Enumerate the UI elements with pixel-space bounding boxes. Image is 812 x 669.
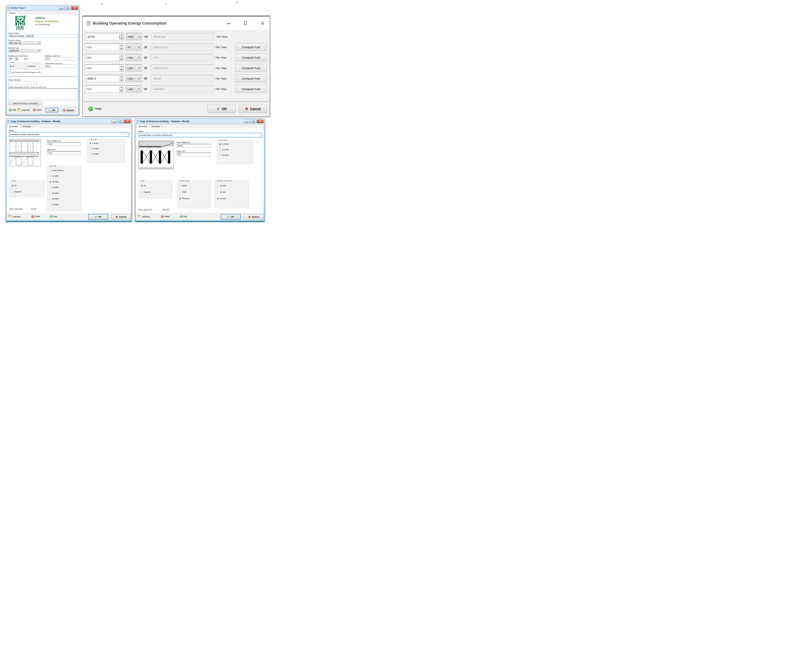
ok-button[interactable]: ✔OK (46, 108, 58, 112)
close-button[interactable] (124, 120, 131, 123)
tab-envelope[interactable]: Envelope (150, 124, 162, 128)
close-button[interactable] (257, 120, 263, 123)
units-imperial-radio[interactable] (12, 191, 14, 193)
amount-input[interactable]: 0.0 (86, 64, 124, 72)
project-location-select[interactable]: New York City (8, 42, 41, 45)
ok-button[interactable]: ✔OK (208, 105, 236, 113)
units-si-radio[interactable] (141, 185, 143, 187)
live-load-3.6-radio[interactable] (89, 148, 91, 150)
compute-fuel-button[interactable]: Compute Fuel (235, 43, 267, 51)
assembly-name-input[interactable]: transverse corridor ground floor (9, 132, 129, 137)
unit-select[interactable]: Litre (126, 64, 141, 72)
cancel-button[interactable]: ✖Cancel (239, 105, 267, 113)
unit-select[interactable]: kWh (126, 33, 142, 40)
tab-assembly[interactable]: Assembly (7, 124, 20, 128)
close-button[interactable] (71, 6, 78, 10)
maximize-button[interactable] (244, 22, 247, 25)
gross-floor-area-input[interactable]: 311.3 (45, 65, 78, 68)
compute-fuel-button[interactable]: Compute Fuel (235, 54, 267, 62)
building-type-select[interactable]: Institutional (8, 49, 41, 52)
cancel-button[interactable]: ✖Cancel (62, 108, 75, 112)
delete-button[interactable]: ✕Delete (33, 109, 42, 111)
thickness-19mm-radio[interactable] (217, 198, 219, 200)
project-description-textarea[interactable] (8, 88, 78, 100)
floor-width-input[interactable]: 48.63 (176, 144, 211, 148)
units-imperial-radio[interactable] (26, 65, 28, 67)
sync-units-checkbox[interactable] (8, 71, 11, 74)
units-imperial-radio[interactable] (141, 191, 143, 193)
life-expectancy-spinner[interactable] (16, 57, 18, 61)
floor-width-input[interactable]: 7.05 (47, 142, 81, 146)
compute-fuel-button[interactable]: Compute Fuel (235, 85, 267, 93)
project-number-input[interactable] (8, 81, 37, 84)
help-button[interactable]: ?Help (50, 215, 57, 218)
building-height-input[interactable]: 12.3 (45, 57, 78, 61)
decking-osb-radio[interactable] (179, 191, 181, 193)
concrete-30mpa-radio[interactable] (49, 187, 51, 188)
maximize-button[interactable] (65, 6, 71, 10)
concrete-55mpa-radio[interactable] (49, 203, 51, 206)
help-button[interactable]: ?Help (88, 106, 101, 111)
unit-select[interactable]: Litre (126, 54, 141, 61)
delete-button[interactable]: ✕Delete (161, 215, 170, 218)
live-load-2.4-radio[interactable] (219, 143, 221, 145)
amount-spinner[interactable] (119, 86, 123, 92)
amount-input[interactable]: 10791 (86, 33, 124, 40)
life-expectancy-input[interactable]: 140 (8, 57, 16, 61)
amount-spinner[interactable] (119, 75, 123, 82)
ok-button[interactable]: ✔OK (221, 214, 240, 219)
maximize-button[interactable] (250, 120, 256, 123)
tab-project[interactable]: Project (7, 11, 18, 15)
live-load-3.6-radio[interactable] (219, 149, 221, 151)
tab-envelope[interactable]: Envelope (20, 124, 33, 128)
unit-select[interactable]: Litre (126, 85, 141, 92)
amount-spinner[interactable] (119, 54, 123, 61)
concrete-15mpa-radio[interactable] (49, 175, 51, 177)
concrete-user-defined-radio[interactable] (49, 170, 51, 171)
units-si-radio[interactable] (12, 185, 14, 187)
delete-button[interactable]: ✕Delete (31, 215, 40, 218)
decking-none-radio[interactable] (179, 185, 181, 187)
project-name-input[interactable]: Historical building - Galakeia (8, 34, 78, 38)
amount-input[interactable]: 0.0 (86, 85, 124, 92)
units-si-radio[interactable] (10, 65, 12, 67)
duplicate-button[interactable]: Duplicate (9, 215, 20, 218)
help-button[interactable]: ?Help (9, 109, 16, 111)
duplicate-button[interactable]: Duplicate (139, 215, 150, 218)
amount-spinner[interactable] (119, 65, 123, 71)
operating-energy-consumption-button[interactable]: Operating Energy Consumption (8, 101, 43, 105)
maximize-button[interactable] (117, 120, 124, 123)
span-input[interactable]: 3.8 (176, 153, 211, 156)
cancel-button[interactable]: ✖Cancel (243, 214, 264, 219)
amount-spinner[interactable] (120, 33, 124, 40)
ok-button[interactable]: ✔OK (89, 214, 108, 219)
live-load-4.8-radio[interactable] (89, 153, 91, 155)
thickness-12mm-radio[interactable] (217, 185, 219, 187)
minimize-button[interactable] (59, 6, 64, 10)
unit-select[interactable]: Litre (126, 75, 141, 82)
close-button[interactable] (261, 22, 264, 25)
concrete-35mpa-radio[interactable] (49, 192, 51, 194)
compute-fuel-button[interactable]: Compute Fuel (235, 74, 267, 82)
tab-assembly[interactable]: Assembly (136, 124, 149, 128)
concrete-40mpa-radio[interactable] (49, 198, 51, 200)
decking-plywood-radio[interactable] (179, 198, 181, 200)
duplicate-button[interactable]: Duplicate (18, 109, 30, 111)
minimize-button[interactable] (227, 24, 230, 24)
live-load-4.8-radio[interactable] (219, 154, 221, 156)
amount-input[interactable]: 0.0 (86, 44, 124, 50)
live-load-2.4-radio[interactable] (89, 142, 91, 145)
span-input[interactable]: 2.14 (47, 151, 81, 155)
amount-spinner[interactable] (119, 44, 123, 50)
help-button[interactable]: ?Help (180, 215, 187, 218)
minimize-button[interactable] (111, 120, 117, 123)
assembly-name-input[interactable]: wooden floor in 1st floor classrooms (138, 133, 262, 138)
amount-input[interactable]: 6900.0 (86, 75, 124, 82)
thickness-15mm-radio[interactable] (217, 191, 219, 193)
amount-input[interactable]: 0.0 (86, 54, 124, 61)
compute-fuel-button[interactable]: Compute Fuel (235, 64, 267, 72)
unit-select[interactable]: m³ (126, 44, 141, 50)
concrete-25mpa-radio[interactable] (49, 181, 51, 183)
minimize-button[interactable] (244, 120, 250, 123)
cancel-button[interactable]: ✖Cancel (111, 214, 131, 219)
